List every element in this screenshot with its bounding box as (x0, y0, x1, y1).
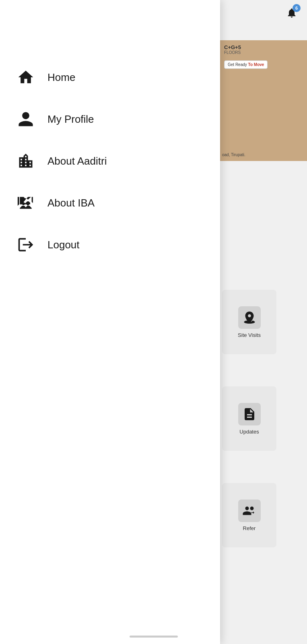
sidebar-item-about-iba[interactable]: About IBA (0, 182, 220, 224)
updates-label: Updates (239, 429, 259, 435)
building-card: C+G+5 FLOORS Get Ready To Move oad, Tiru… (220, 40, 307, 161)
sidebar-item-home[interactable]: Home (0, 56, 220, 98)
site-visits-icon-box (238, 306, 261, 329)
refer-icon (242, 504, 257, 518)
sidebar-drawer: Home My Profile About Aaditri (0, 0, 220, 644)
bottom-bar (130, 636, 178, 638)
sidebar-item-logout-label: Logout (47, 239, 80, 251)
sidebar-item-about-aaditri[interactable]: About Aaditri (0, 140, 220, 182)
notification-badge: 6 (293, 4, 301, 12)
sidebar-item-about-aaditri-label: About Aaditri (47, 155, 107, 167)
profile-icon (16, 109, 35, 129)
updates-icon (242, 407, 257, 421)
bell-icon-wrap[interactable]: 6 (283, 4, 301, 22)
refer-icon-box (238, 500, 261, 522)
notification-area[interactable]: 6 (283, 4, 303, 28)
sidebar-item-home-label: Home (47, 71, 75, 84)
refer-card[interactable]: Refer (222, 483, 276, 547)
handshake-icon (16, 193, 35, 213)
sidebar-item-my-profile-label: My Profile (47, 113, 94, 126)
floors-label: C+G+5 FLOORS (224, 44, 241, 55)
updates-icon-box (238, 403, 261, 425)
refer-label: Refer (243, 525, 256, 531)
logout-icon (16, 235, 35, 254)
updates-card[interactable]: Updates (222, 386, 276, 451)
home-icon (16, 68, 35, 87)
nav-list: Home My Profile About Aaditri (0, 56, 220, 266)
site-visits-label: Site Visits (238, 332, 261, 338)
get-ready-badge: Get Ready To Move (224, 60, 268, 69)
address-text: oad, Tirupati. (222, 153, 245, 157)
site-visits-icon (242, 310, 257, 325)
main-content: 6 C+G+5 FLOORS Get Ready To Move oad, Ti… (220, 0, 307, 644)
sidebar-item-about-iba-label: About IBA (47, 197, 95, 209)
building-icon (16, 151, 35, 171)
sidebar-item-my-profile[interactable]: My Profile (0, 98, 220, 140)
site-visits-card[interactable]: Site Visits (222, 290, 276, 354)
sidebar-item-logout[interactable]: Logout (0, 224, 220, 266)
